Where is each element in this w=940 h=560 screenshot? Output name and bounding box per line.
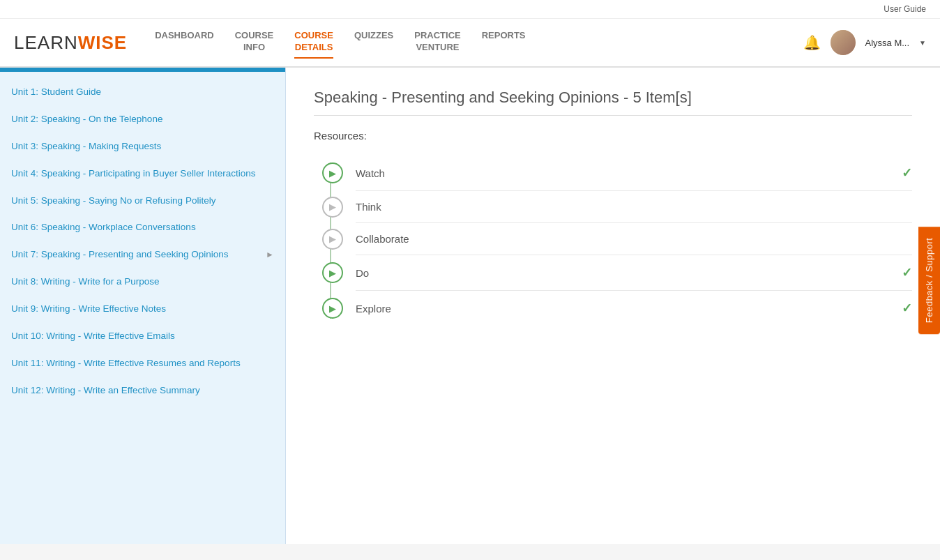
sidebar-item-unit8-label: Unit 8: Writing - Write for a Purpose: [11, 275, 160, 289]
sidebar-item-unit4[interactable]: Unit 4: Speaking - Participating in Buye…: [0, 160, 285, 188]
avatar: [831, 30, 856, 55]
play-icon-think: ▶: [322, 197, 343, 218]
nav-links: DASHBOARD COURSE INFO COURSE DETAILS QUI…: [155, 27, 803, 59]
content-area: Speaking - Presenting and Seeking Opinio…: [286, 68, 940, 544]
sidebar-item-unit8[interactable]: Unit 8: Writing - Write for a Purpose: [0, 268, 285, 296]
resources-label: Resources:: [314, 130, 912, 142]
sidebar-item-unit3[interactable]: Unit 3: Speaking - Making Requests: [0, 133, 285, 160]
resource-name-collaborate: Collaborate: [356, 233, 912, 245]
resource-row-collaborate[interactable]: ▶ Collaborate: [356, 223, 912, 255]
resource-row-do[interactable]: ▶ Do ✓: [356, 255, 912, 291]
nav-course-info[interactable]: COURSE INFO: [235, 27, 274, 59]
sidebar-item-unit9[interactable]: Unit 9: Writing - Write Effective Notes: [0, 296, 285, 323]
sidebar-item-unit12[interactable]: Unit 12: Writing - Write an Effective Su…: [0, 377, 285, 404]
nav-quizzes[interactable]: QUIZZES: [354, 27, 393, 59]
sidebar-item-unit7[interactable]: Unit 7: Speaking - Presenting and Seekin…: [0, 241, 285, 268]
sidebar: Unit 1: Student Guide Unit 2: Speaking -…: [0, 68, 286, 544]
feedback-tab[interactable]: Feedback / Support: [918, 226, 940, 333]
sidebar-item-unit5-label: Unit 5: Speaking - Saying No or Refusing…: [11, 195, 215, 208]
resource-row-think[interactable]: ▶ Think: [356, 191, 912, 223]
play-icon-do: ▶: [322, 262, 343, 283]
resource-name-explore: Explore: [356, 303, 902, 315]
nav-right: 🔔 Alyssa M... ▼: [803, 30, 926, 55]
sidebar-item-unit10[interactable]: Unit 10: Writing - Write Effective Email…: [0, 323, 285, 350]
play-icon-watch: ▶: [322, 162, 343, 183]
play-icon-collaborate: ▶: [322, 229, 343, 250]
sidebar-item-unit12-label: Unit 12: Writing - Write an Effective Su…: [11, 384, 200, 398]
sidebar-item-unit3-label: Unit 3: Speaking - Making Requests: [11, 140, 161, 153]
sidebar-item-unit1[interactable]: Unit 1: Student Guide: [0, 79, 285, 106]
resource-name-watch: Watch: [356, 167, 902, 179]
main-layout: Unit 1: Student Guide Unit 2: Speaking -…: [0, 68, 940, 544]
user-dropdown-arrow-icon[interactable]: ▼: [919, 39, 926, 47]
check-icon-watch: ✓: [902, 165, 912, 181]
navbar: LEARNWISE DASHBOARD COURSE INFO COURSE D…: [0, 19, 940, 68]
notification-bell-icon[interactable]: 🔔: [803, 34, 821, 51]
logo[interactable]: LEARNWISE: [14, 32, 127, 54]
check-icon-explore: ✓: [902, 301, 912, 316]
sidebar-item-unit7-label: Unit 7: Speaking - Presenting and Seekin…: [11, 248, 228, 262]
sidebar-item-unit6-label: Unit 6: Speaking - Workplace Conversatio…: [11, 221, 196, 234]
sidebar-item-unit11-label: Unit 11: Writing - Write Effective Resum…: [11, 357, 241, 370]
resource-row-watch[interactable]: ▶ Watch ✓: [356, 156, 912, 191]
resource-name-think: Think: [356, 201, 912, 213]
sidebar-item-unit2[interactable]: Unit 2: Speaking - On the Telephone: [0, 106, 285, 133]
sidebar-item-unit10-label: Unit 10: Writing - Write Effective Email…: [11, 330, 175, 343]
nav-course-details[interactable]: COURSE DETAILS: [294, 27, 333, 59]
play-icon-explore: ▶: [322, 298, 343, 319]
check-icon-do: ✓: [902, 265, 912, 280]
content-title: Speaking - Presenting and Seeking Opinio…: [314, 89, 912, 116]
sidebar-item-unit4-label: Unit 4: Speaking - Participating in Buye…: [11, 167, 255, 181]
user-name[interactable]: Alyssa M...: [865, 38, 910, 48]
unit-list: Unit 1: Student Guide Unit 2: Speaking -…: [0, 72, 285, 411]
nav-dashboard[interactable]: DASHBOARD: [155, 27, 214, 59]
user-guide-link[interactable]: User Guide: [884, 4, 926, 14]
nav-reports[interactable]: REPORTS: [482, 27, 526, 59]
sidebar-item-unit6[interactable]: Unit 6: Speaking - Workplace Conversatio…: [0, 214, 285, 241]
sidebar-item-unit1-label: Unit 1: Student Guide: [11, 86, 101, 99]
sidebar-item-unit5[interactable]: Unit 5: Speaking - Saying No or Refusing…: [0, 188, 285, 215]
resource-row-explore[interactable]: ▶ Explore ✓: [356, 291, 912, 326]
nav-practice-venture[interactable]: PRACTICE VENTURE: [414, 27, 460, 59]
sidebar-item-unit11[interactable]: Unit 11: Writing - Write Effective Resum…: [0, 350, 285, 377]
avatar-image: [831, 30, 856, 55]
sidebar-item-unit2-label: Unit 2: Speaking - On the Telephone: [11, 113, 162, 126]
sidebar-item-unit9-label: Unit 9: Writing - Write Effective Notes: [11, 303, 166, 316]
chevron-right-icon: ►: [266, 249, 274, 261]
resource-timeline: ▶ Watch ✓ ▶ Think ▶ Collaborate ▶ Do ✓: [314, 156, 912, 326]
resource-name-do: Do: [356, 267, 902, 279]
